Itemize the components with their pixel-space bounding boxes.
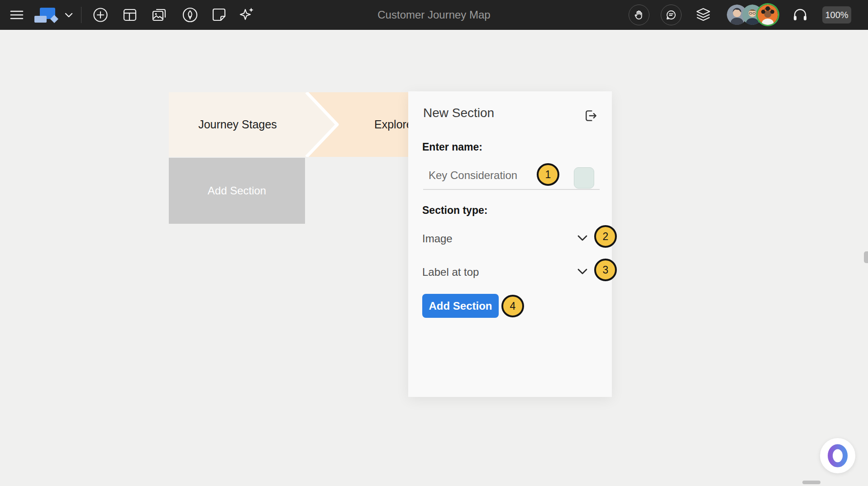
media-icon[interactable] [151, 0, 168, 30]
menu-icon[interactable] [9, 0, 24, 30]
vertical-scrollbar-thumb[interactable] [864, 251, 868, 263]
draw-icon[interactable] [181, 0, 199, 30]
input-underline [423, 189, 600, 190]
collaborator-avatars [727, 5, 778, 25]
section-type-dropdown[interactable]: Image [422, 232, 453, 245]
annotation-step-2: 2 [594, 225, 617, 248]
section-color-swatch[interactable] [574, 167, 594, 189]
stage-explore-label[interactable]: Explore [374, 118, 413, 131]
whiteboard-app: Customer Journey Map [0, 0, 868, 486]
chevron-down-icon[interactable] [577, 269, 588, 276]
templates-icon[interactable] [121, 0, 138, 30]
journey-stages-header[interactable]: Journey Stages [169, 92, 306, 157]
chevron-down-icon[interactable] [63, 0, 74, 30]
annotation-step-1: 1 [537, 163, 559, 186]
sticky-note-icon[interactable] [210, 0, 228, 30]
hand-tool-icon[interactable] [629, 0, 649, 30]
browser-assistant-button[interactable] [820, 438, 855, 473]
avatar-collaborator-3[interactable] [758, 5, 778, 25]
horizontal-scrollbar-thumb[interactable] [802, 481, 820, 484]
zoom-level-button[interactable]: 100% [822, 6, 851, 24]
export-icon[interactable] [584, 109, 598, 123]
headphones-icon[interactable] [791, 0, 809, 30]
app-logo[interactable] [33, 0, 62, 30]
section-name-input[interactable]: Key Consideration [429, 169, 517, 182]
layers-icon[interactable] [694, 0, 712, 30]
name-field-label: Enter name: [422, 141, 482, 153]
annotation-step-4: 4 [501, 295, 524, 317]
toolbar-divider [81, 7, 81, 23]
add-icon[interactable] [92, 0, 109, 30]
add-section-button[interactable]: Add Section [422, 294, 499, 318]
ai-sparkles-icon[interactable] [237, 0, 257, 30]
top-toolbar: Customer Journey Map [0, 0, 868, 30]
annotation-step-3: 3 [594, 259, 617, 281]
new-section-panel: New Section Enter name: Key Consideratio… [408, 91, 612, 397]
section-type-label: Section type: [422, 204, 487, 217]
opera-logo-icon [826, 443, 849, 468]
comments-icon[interactable] [661, 0, 682, 30]
add-section-placeholder[interactable]: Add Section [169, 158, 305, 224]
chevron-down-icon[interactable] [577, 235, 588, 242]
panel-title: New Section [423, 106, 494, 120]
label-position-dropdown[interactable]: Label at top [422, 266, 479, 278]
